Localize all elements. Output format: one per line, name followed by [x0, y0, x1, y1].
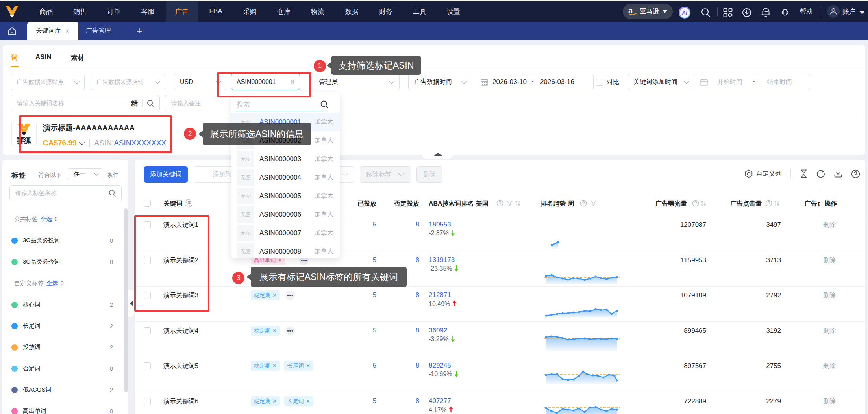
svg-text:a: a: [628, 7, 633, 15]
